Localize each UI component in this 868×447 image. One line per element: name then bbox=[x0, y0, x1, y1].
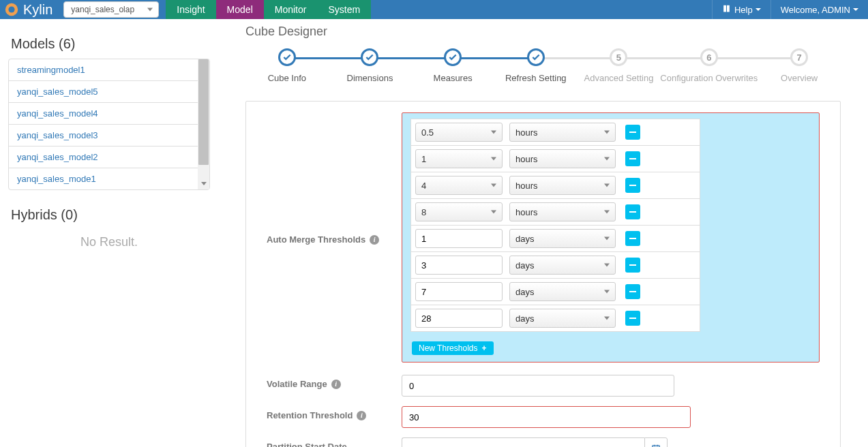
model-item[interactable]: streamingmodel1 bbox=[9, 59, 209, 81]
volatile-range-input[interactable] bbox=[402, 375, 674, 397]
minus-icon bbox=[629, 291, 636, 292]
threshold-value-select[interactable]: 1 bbox=[415, 149, 503, 168]
models-list-box: streamingmodel1yanqi_sales_model5yanqi_s… bbox=[8, 59, 210, 190]
thresholds-container: 0.5hours1hours4hours8hoursdaysdaysdaysda… bbox=[402, 112, 820, 363]
help-menu[interactable]: Help bbox=[712, 0, 770, 19]
step-number: 5 bbox=[610, 48, 627, 66]
threshold-row: 1hours bbox=[411, 146, 700, 172]
step-label: Measures bbox=[434, 73, 473, 83]
retention-threshold-label: Retention Threshold i bbox=[267, 406, 402, 420]
wizard-step[interactable]: Dimensions bbox=[329, 48, 412, 83]
chevron-down-icon bbox=[604, 184, 610, 187]
minus-icon bbox=[629, 211, 636, 213]
scroll-down-button[interactable] bbox=[198, 178, 209, 189]
svg-point-1 bbox=[8, 6, 14, 12]
nav-monitor[interactable]: Monitor bbox=[264, 0, 318, 19]
left-sidebar: Models (6) streamingmodel1yanqi_sales_mo… bbox=[0, 19, 218, 447]
wizard-steps: Cube InfoDimensionsMeasuresRefresh Setti… bbox=[245, 48, 841, 83]
threshold-value-input[interactable] bbox=[415, 256, 503, 275]
remove-threshold-button[interactable] bbox=[625, 178, 640, 193]
remove-threshold-button[interactable] bbox=[625, 311, 640, 326]
threshold-row: days bbox=[411, 252, 700, 279]
threshold-value-select[interactable]: 0.5 bbox=[415, 123, 503, 142]
partition-start-date-input[interactable] bbox=[402, 437, 644, 447]
minus-icon bbox=[629, 158, 636, 159]
minus-icon bbox=[629, 132, 636, 133]
step-label: Cube Info bbox=[268, 73, 306, 83]
threshold-row: 0.5hours bbox=[411, 119, 700, 146]
threshold-value-select[interactable]: 8 bbox=[415, 202, 503, 221]
volatile-range-label-text: Volatile Range bbox=[267, 379, 327, 389]
chevron-down-icon bbox=[491, 211, 496, 214]
chevron-down-icon bbox=[853, 8, 858, 11]
remove-threshold-button[interactable] bbox=[625, 258, 640, 273]
nav-model[interactable]: Model bbox=[216, 0, 264, 19]
wizard-step[interactable]: 6Configuration Overwrites bbox=[660, 48, 758, 83]
hybrids-heading: Hybrids (0) bbox=[11, 207, 207, 223]
chevron-down-icon bbox=[604, 157, 610, 161]
wizard-step[interactable]: 7Overview bbox=[758, 48, 841, 83]
model-item[interactable]: yanqi_sales_model3 bbox=[9, 125, 209, 147]
project-selector[interactable]: yanqi_sales_olap bbox=[63, 1, 159, 18]
auto-merge-label: Auto Merge Thresholds i bbox=[267, 112, 402, 363]
threshold-unit-select[interactable]: days bbox=[509, 256, 616, 275]
model-item[interactable]: yanqi_sales_model5 bbox=[9, 81, 209, 103]
remove-threshold-button[interactable] bbox=[625, 125, 640, 140]
model-item[interactable]: yanqi_sales_model2 bbox=[9, 147, 209, 168]
info-icon[interactable]: i bbox=[370, 235, 379, 245]
minus-icon bbox=[629, 264, 636, 266]
user-menu[interactable]: Welcome, ADMIN bbox=[770, 0, 868, 19]
retention-threshold-label-text: Retention Threshold bbox=[267, 410, 353, 420]
brand-text: Kylin bbox=[23, 2, 53, 18]
models-heading: Models (6) bbox=[11, 36, 207, 52]
wizard-step[interactable]: 5Advanced Setting bbox=[578, 48, 661, 83]
hybrids-no-result: No Result. bbox=[8, 235, 210, 249]
step-number: 7 bbox=[790, 48, 808, 66]
threshold-value-input[interactable] bbox=[415, 229, 503, 248]
volatile-range-label: Volatile Range i bbox=[267, 375, 402, 389]
plus-icon: + bbox=[481, 343, 486, 353]
step-number: 6 bbox=[700, 48, 718, 66]
help-label: Help bbox=[734, 5, 753, 15]
new-thresholds-button[interactable]: New Thresholds + bbox=[412, 341, 494, 355]
wizard-step[interactable]: Measures bbox=[411, 48, 494, 83]
info-icon[interactable]: i bbox=[331, 380, 341, 389]
remove-threshold-button[interactable] bbox=[625, 231, 640, 246]
threshold-row: 8hours bbox=[411, 199, 700, 226]
step-label: Refresh Setting bbox=[505, 73, 567, 83]
threshold-value-input[interactable] bbox=[415, 282, 503, 301]
threshold-unit-select[interactable]: hours bbox=[509, 202, 616, 221]
info-icon[interactable]: i bbox=[357, 411, 366, 420]
wizard-step[interactable]: Refresh Setting bbox=[494, 48, 578, 83]
chevron-down-icon bbox=[604, 317, 610, 320]
refresh-settings-panel: Auto Merge Thresholds i 0.5hours1hours4h… bbox=[245, 101, 841, 447]
threshold-unit-select[interactable]: hours bbox=[509, 123, 616, 142]
chevron-down-icon bbox=[491, 184, 496, 187]
retention-threshold-input[interactable] bbox=[402, 406, 691, 428]
model-item[interactable]: yanqi_sales_mode1 bbox=[9, 168, 209, 189]
model-item[interactable]: yanqi_sales_model4 bbox=[9, 103, 209, 125]
threshold-unit-select[interactable]: days bbox=[509, 282, 616, 301]
threshold-unit-select[interactable]: hours bbox=[509, 149, 616, 168]
step-label: Configuration Overwrites bbox=[660, 73, 758, 83]
nav-insight[interactable]: Insight bbox=[166, 0, 215, 19]
remove-threshold-button[interactable] bbox=[625, 151, 640, 166]
wizard-step[interactable]: Cube Info bbox=[245, 48, 329, 83]
calendar-button[interactable] bbox=[644, 437, 668, 447]
chevron-down-icon bbox=[604, 264, 610, 267]
threshold-value-input[interactable] bbox=[415, 309, 503, 328]
check-icon bbox=[361, 48, 378, 66]
remove-threshold-button[interactable] bbox=[625, 284, 640, 299]
threshold-unit-select[interactable]: days bbox=[509, 309, 616, 328]
threshold-unit-select[interactable]: hours bbox=[509, 176, 616, 195]
scrollbar[interactable] bbox=[198, 59, 209, 189]
scrollbar-thumb[interactable] bbox=[198, 59, 209, 165]
threshold-unit-select[interactable]: days bbox=[509, 229, 616, 248]
new-thresholds-label: New Thresholds bbox=[419, 343, 477, 353]
brand[interactable]: Kylin bbox=[0, 0, 62, 19]
threshold-value-select[interactable]: 4 bbox=[415, 176, 503, 195]
nav-system[interactable]: System bbox=[317, 0, 371, 19]
chevron-down-icon bbox=[491, 131, 496, 134]
step-label: Dimensions bbox=[347, 73, 393, 83]
remove-threshold-button[interactable] bbox=[625, 204, 640, 219]
